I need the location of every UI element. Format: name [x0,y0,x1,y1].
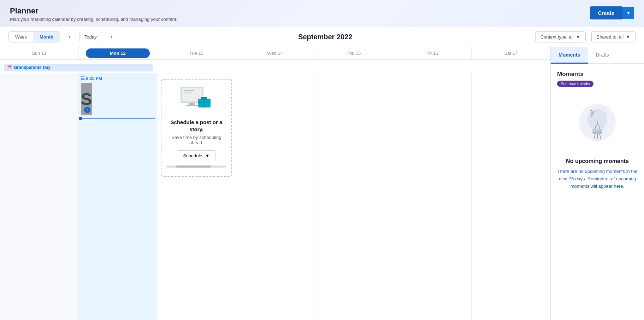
content-type-label: Content type: all [540,34,574,40]
prev-button[interactable]: ‹ [66,32,73,42]
moments-title: Moments [557,71,638,78]
schedule-illustration-svg [179,85,214,114]
post-info-icon: i [84,107,90,113]
day-header-fri: Fri 16 [393,47,472,59]
right-panel: Moments Drafts Moments See how it works [550,47,644,320]
schedule-dropdown-button[interactable]: Schedule ▼ [177,150,215,161]
day-header-tue: Tue 13 [157,47,236,59]
lightbulb-illustration: ✦ ✦ ✦ [557,101,638,152]
app-subtitle: Plan your marketing calendar by creating… [10,17,177,22]
week-view-button[interactable]: Week [9,32,33,42]
app-header: Planner Plan your marketing calendar by … [0,0,644,27]
calendar: Sun 11 Mon 12 Tue 13 Wed 14 Thu 15 Fri 1… [0,47,550,320]
time-line [81,118,155,119]
bulb-base-2 [592,132,602,134]
cell-wed-14 [236,73,315,320]
cell-tue-13: Schedule a post or a story. Save time by… [157,73,236,320]
panel-tabs: Moments Drafts [551,47,644,64]
shared-to-filter[interactable]: Shared to: all ▼ [591,31,636,42]
doc-line-1 [184,90,194,91]
card-scrollbar[interactable] [166,165,226,168]
monitor-stand [189,103,195,105]
cell-fri-16 [393,73,472,320]
grandparents-day-banner[interactable]: 📅 Grandparents Day [4,64,153,71]
monitor-base [186,105,198,106]
schedule-card-illustration [166,85,226,115]
lightbulb-svg: ✦ ✦ ✦ [576,101,619,151]
today-button[interactable]: Today [79,32,102,42]
cell-mon-12: ☷ 8:25 PM S i [79,73,158,320]
calendar-body: ☷ 8:25 PM S i [0,73,550,320]
star-2: ✦ [602,106,604,110]
toolbar: Week Month ‹ Today › September 2022 Cont… [0,27,644,47]
doc-line-2 [184,92,191,93]
no-moments-days: 75 days [569,176,585,181]
content-type-arrow: ▼ [576,34,580,40]
schedule-card-title: Schedule a post or a story. [166,119,226,133]
no-moments-title: No upcoming moments [557,158,638,164]
day-header-thu: Thu 15 [314,47,393,59]
grandparents-day-banner-cell: 📅 Grandparents Day [0,60,157,73]
view-toggle: Week Month [8,31,60,42]
shared-to-label: Shared to: all [597,34,624,40]
schedule-button-arrow: ▼ [205,153,210,158]
thumbnail-letter: S [81,89,92,109]
post-time: ☷ 8:25 PM [81,76,155,81]
month-year-title: September 2022 [121,33,530,41]
briefcase-divider [203,99,205,107]
star-3: ✦ [605,112,607,115]
tab-moments[interactable]: Moments [551,47,588,64]
cell-sat-17 [472,73,550,320]
see-how-badge[interactable]: See how it works [557,81,593,87]
event-banner-label: Grandparents Day [14,65,51,70]
panel-content: Moments See how it works ✦ ✦ [551,64,644,320]
create-btn-group: Create ▼ [590,6,634,19]
list-icon: ☷ [81,76,85,81]
content-type-filter[interactable]: Content type: all ▼ [535,31,586,42]
banner-row: 📅 Grandparents Day [0,60,550,73]
schedule-card-subtitle: Save time by scheduling ahead. [166,135,226,145]
scrollbar-thumb [176,165,212,168]
post-thumbnail[interactable]: S i [81,83,92,115]
main-content: Sun 11 Mon 12 Tue 13 Wed 14 Thu 15 Fri 1… [0,47,644,320]
cell-thu-15 [314,73,393,320]
app-title: Planner [10,6,177,16]
create-dropdown-button[interactable]: ▼ [622,7,634,19]
cell-sun-11 [0,73,79,320]
day-header-sat: Sat 17 [472,47,550,59]
day-header-wed: Wed 14 [236,47,315,59]
calendar-icon: 📅 [7,65,12,70]
calendar-header: Sun 11 Mon 12 Tue 13 Wed 14 Thu 15 Fri 1… [0,47,550,60]
bulb-base-1 [592,129,602,132]
day-header-sun: Sun 11 [0,47,79,59]
post-container: S i [81,83,92,115]
month-view-button[interactable]: Month [33,32,60,42]
schedule-button-label: Schedule [183,153,202,158]
schedule-card: Schedule a post or a story. Save time by… [161,79,232,177]
no-moments-text: There are no upcoming moments in the nex… [557,168,638,190]
banner-spacer [157,60,550,73]
next-button[interactable]: › [108,32,116,42]
tab-drafts[interactable]: Drafts [588,47,616,64]
shared-to-arrow: ▼ [626,34,630,40]
create-button[interactable]: Create [590,6,622,19]
day-header-mon: Mon 12 [86,48,150,58]
header-left: Planner Plan your marketing calendar by … [10,6,177,22]
